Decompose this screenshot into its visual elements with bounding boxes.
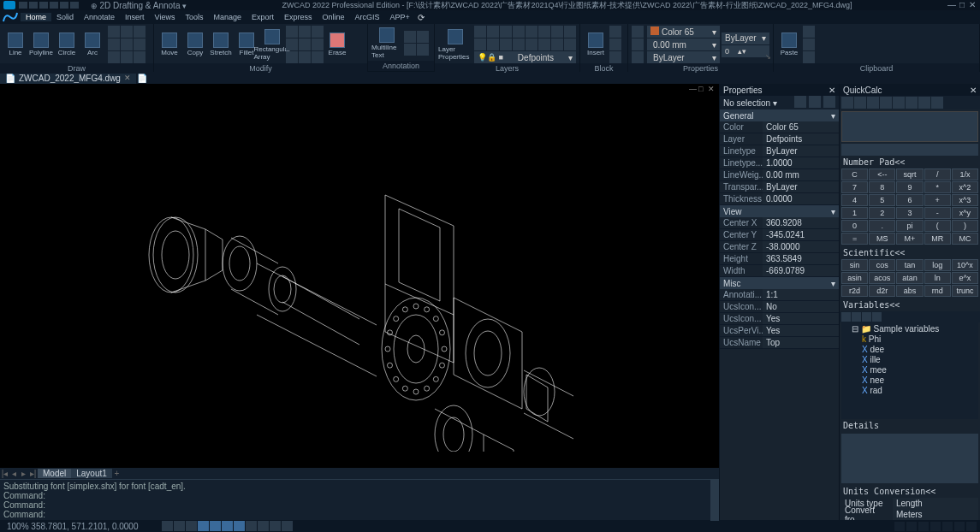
status-icon[interactable] [906,522,917,531]
variable-node[interactable]: X dee [843,345,977,355]
dyn-toggle[interactable] [246,521,257,531]
ellipse-icon[interactable] [121,26,133,38]
layer-tool-icon[interactable] [526,26,538,38]
property-group-view[interactable]: View▾ [720,205,839,217]
toggle-pickadd-icon[interactable] [823,96,835,108]
block-icon[interactable] [609,51,621,63]
block-icon[interactable] [609,26,621,38]
workspace-mode[interactable]: ⊕ 2D Drafting & Annota ▾ [91,1,187,10]
property-value[interactable]: 360.9208 [763,217,839,229]
ribbon-tab-annotate[interactable]: Annotate [79,13,120,21]
align-icon[interactable] [299,51,311,63]
panel-dialog-launcher-icon[interactable]: ↘ [765,53,771,61]
property-value[interactable]: 0.0000 [763,193,839,205]
spline-icon[interactable] [108,26,120,38]
calc-key-[interactable]: - [924,207,951,219]
qc-help-icon[interactable] [931,97,943,109]
app-menu-icon[interactable] [0,10,21,24]
rectarray-button[interactable]: Rectangular Array [260,27,284,62]
conversion-value[interactable]: Length [893,498,978,509]
qc-getcoord-icon[interactable] [880,97,892,109]
command-history[interactable]: Substituting font [simplex.shx] for font… [0,480,719,521]
qat-redo-icon[interactable] [60,2,68,9]
qat-save-icon[interactable] [39,2,48,9]
property-value[interactable]: No [763,301,839,313]
calc-key-7[interactable]: 7 [841,181,868,193]
multiline-text-button[interactable]: Multiline Text [371,27,402,61]
status-icon[interactable] [966,522,977,531]
calc-key-c[interactable]: C [841,168,868,180]
layout-nav-next[interactable]: ▸ [19,469,28,478]
grid-toggle[interactable] [174,521,185,531]
layout-nav-first[interactable]: |◂ [0,469,9,478]
copyclip-icon[interactable] [803,51,815,63]
calc-key-[interactable]: + [924,194,951,206]
scale-icon[interactable] [312,26,324,38]
property-value[interactable]: Defpoints [763,133,839,145]
ribbon-tab-home[interactable]: Home [21,13,51,21]
property-value[interactable]: Top [763,337,839,349]
qc-angle-icon[interactable] [906,97,918,109]
property-group-general[interactable]: General▾ [720,109,839,121]
calc-key-ln[interactable]: ln [924,272,951,284]
arc-button[interactable]: Arc [80,27,104,62]
panel-close-icon[interactable]: ✕ [829,86,835,95]
maximize-button[interactable]: □ [958,2,966,9]
erase-button[interactable]: Erase [325,27,349,62]
donut-icon[interactable] [134,51,146,63]
anno-toggle[interactable] [282,521,293,531]
calc-key-r2d[interactable]: r2d [841,285,868,297]
layer-tool-icon[interactable] [500,38,512,50]
color-dropdown[interactable]: Color 65▾ [647,26,720,38]
layer-tool-icon[interactable] [487,38,499,50]
calc-key-m[interactable]: M+ [896,233,923,245]
calc-key-abs[interactable]: abs [896,285,923,297]
dimension-icon[interactable] [404,31,416,43]
calc-key-d2r[interactable]: d2r [869,285,895,297]
layout-nav-prev[interactable]: ◂ [9,469,19,478]
layer-properties-button[interactable]: Layer Properties [438,27,472,62]
section-details-header[interactable]: Details [840,419,980,432]
layer-tool-icon[interactable] [538,26,550,38]
calc-key-0[interactable]: 0 [841,220,868,232]
layout-nav-last[interactable]: ▸| [28,469,38,478]
lineweight-dropdown[interactable]: 0.00 mm▾ [647,38,720,50]
document-tab-close[interactable]: ✕ [124,74,131,82]
variable-node[interactable]: X mee [843,365,977,375]
polar-toggle[interactable] [198,521,209,531]
property-group-misc[interactable]: Misc▾ [720,277,839,289]
qc-intersect-icon[interactable] [918,97,930,109]
calc-key-[interactable]: * [924,181,951,193]
value-input[interactable]: 0 ▴▾ [722,45,769,57]
calc-key-sqrt[interactable]: sqrt [896,168,923,180]
rotate-icon[interactable] [286,26,298,38]
point-icon[interactable] [134,38,146,50]
ribbon-tab-arcgis[interactable]: ArcGIS [350,13,385,21]
block-icon[interactable] [609,38,621,50]
linetype-dropdown[interactable]: ByLayer▾ [647,51,720,63]
qat-open-icon[interactable] [29,2,38,9]
status-icon[interactable] [930,522,941,531]
polyline-button[interactable]: Polyline [29,27,53,62]
calc-key-[interactable]: / [924,168,951,180]
status-coords[interactable]: 100% 358.7801, 571.2101, 0.0000 [0,522,145,531]
layer-tool-icon[interactable] [551,38,563,50]
var-calc-icon[interactable] [872,312,882,322]
hatch-icon[interactable] [134,26,146,38]
prop-icon[interactable] [632,38,644,50]
circle-button[interactable]: Circle [55,27,79,62]
property-value[interactable]: ByLayer [763,181,839,193]
qc-dist-icon[interactable] [893,97,905,109]
ribbon-tab-express[interactable]: Express [279,13,318,21]
calc-key-asin[interactable]: asin [841,272,868,284]
stretch-button[interactable]: Stretch [209,27,233,62]
calc-key-10x[interactable]: 10^x [952,259,978,271]
move-button[interactable]: Move [157,27,181,62]
property-value[interactable]: 1:1 [763,289,839,301]
conversion-value[interactable]: Meters [893,509,978,520]
osnap-toggle[interactable] [210,521,221,531]
calc-key-acos[interactable]: acos [869,272,895,284]
ribbon-tab-tools[interactable]: Tools [180,13,208,21]
section-scientific-header[interactable]: Scientific<< [840,246,980,259]
calc-key-ex[interactable]: e^x [952,272,978,284]
